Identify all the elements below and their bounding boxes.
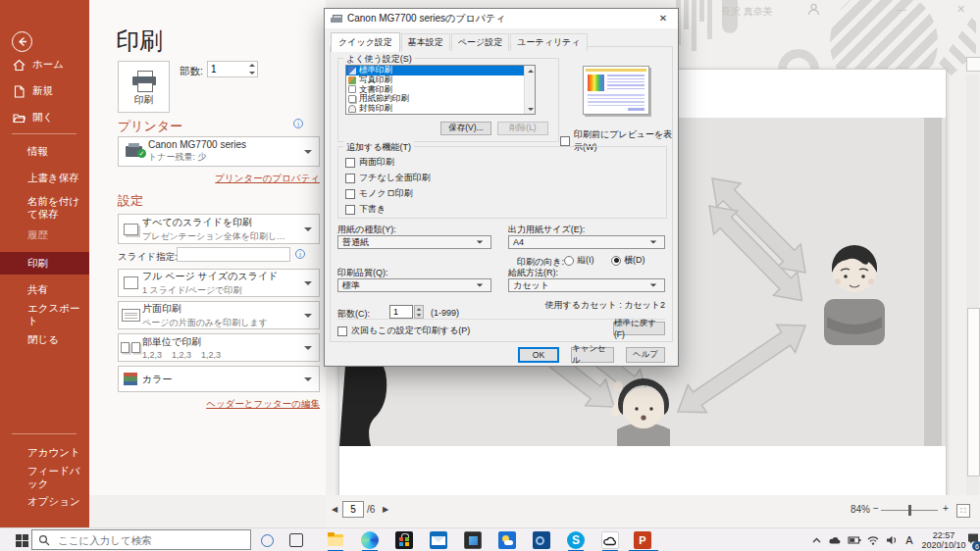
checkbox-icon [345, 174, 355, 183]
sidebar-item-save-as[interactable]: 名前を付けて保存 [0, 193, 89, 223]
notification-center-button[interactable]: 6 [966, 531, 980, 549]
paper-source-select[interactable]: カセット [508, 278, 665, 292]
dialog-titlebar[interactable]: Canon MG7700 seriesのプロパティ [325, 9, 678, 28]
sidebar-item-home[interactable]: ホーム [0, 55, 89, 75]
cassette-note: 使用するカセット : カセット2 [508, 299, 665, 312]
color-select[interactable]: カラー [118, 366, 320, 392]
dialog-close-button[interactable]: ✕ [648, 9, 678, 27]
sidebar-item-print[interactable]: 印刷 [0, 252, 89, 275]
slides-input[interactable] [177, 247, 290, 262]
vertical-scrollbar[interactable] [966, 75, 979, 495]
zoom-in-button[interactable]: + [943, 503, 949, 514]
scroll-down-icon[interactable] [525, 104, 536, 114]
edge-browser-icon[interactable] [356, 528, 384, 551]
print-button[interactable]: 印刷 [118, 61, 170, 113]
fit-to-window-button[interactable]: ⛶ [956, 504, 970, 518]
back-button[interactable] [12, 31, 32, 52]
info-icon[interactable]: i [295, 249, 305, 259]
task-view-button[interactable] [283, 528, 310, 551]
cancel-button[interactable]: キャンセル [571, 347, 614, 363]
portrait-radio[interactable]: 縦(I) [564, 254, 594, 267]
sidebar-item-options[interactable]: オプション [0, 492, 89, 512]
cortana-button[interactable] [253, 528, 281, 551]
weather-icon[interactable] [493, 528, 521, 551]
prev-page-button[interactable]: ◀ [332, 505, 337, 514]
favorites-scrollbar[interactable] [524, 66, 535, 114]
wifi-icon[interactable] [864, 528, 882, 551]
outlook-icon[interactable] [528, 528, 555, 551]
ime-indicator[interactable]: A [902, 528, 917, 551]
onedrive-tray-icon[interactable] [826, 528, 844, 551]
info-icon[interactable]: i [293, 119, 303, 128]
onedrive-icon[interactable] [596, 528, 624, 551]
volume-icon[interactable] [883, 528, 901, 551]
taskbar-search[interactable] [31, 529, 251, 550]
dialog-copies-stepper[interactable] [414, 305, 424, 319]
dialog-copies-input[interactable] [389, 305, 413, 319]
tab-page-setup[interactable]: ページ設定 [451, 33, 509, 51]
sidebar-item-history[interactable]: 履歴 [0, 225, 89, 245]
print-range-select[interactable]: すべてのスライドを印刷 プレゼンテーション全体を印刷し… [118, 214, 320, 244]
duplex-select[interactable]: 片面印刷 ページの片面のみを印刷します [118, 301, 320, 329]
step-up-icon[interactable] [249, 64, 255, 67]
borderless-checkbox[interactable]: フチなし全面印刷 [345, 172, 431, 184]
duplex-checkbox[interactable]: 両面印刷 [345, 156, 394, 169]
list-item-envelope[interactable]: 封筒印刷 [346, 104, 535, 114]
tab-maintenance[interactable]: ユーティリティ [510, 33, 587, 51]
step-up-icon[interactable] [417, 308, 422, 310]
sidebar-item-new[interactable]: 新規 [0, 81, 89, 101]
copies-stepper[interactable] [246, 62, 257, 76]
battery-icon[interactable] [846, 528, 863, 551]
microsoft-store-icon[interactable] [390, 528, 418, 551]
sidebar-item-account[interactable]: アカウント [0, 443, 89, 463]
media-type-select[interactable]: 普通紙 [337, 235, 491, 249]
sidebar-item-open[interactable]: 開く [0, 108, 89, 127]
scroll-up-icon[interactable] [525, 66, 536, 75]
zoom-slider-thumb[interactable] [908, 505, 911, 516]
layout-select[interactable]: フル ページ サイズのスライド 1 スライド/ページで印刷 [118, 269, 320, 297]
account-user-name[interactable]: 長沢 真奈美 [721, 5, 773, 19]
header-footer-link[interactable]: ヘッダーとフッターの編集 [118, 398, 320, 411]
tab-quick-setup[interactable]: クイック設定 [331, 32, 400, 52]
step-down-icon[interactable] [249, 72, 255, 75]
step-down-icon[interactable] [417, 314, 422, 316]
backstage-sidebar: ホーム 新規 開く 情報 上書き保存 名前を付けて保存 履歴 印刷 共有 エクス… [0, 0, 89, 527]
scrollbar-thumb[interactable] [967, 308, 980, 476]
sidebar-item-info[interactable]: 情報 [0, 142, 89, 162]
quality-select[interactable]: 標準 [337, 278, 491, 292]
photos-icon[interactable] [459, 528, 487, 551]
powerpoint-icon[interactable]: P [629, 528, 656, 551]
scroll-top-button[interactable] [966, 57, 980, 72]
landscape-radio[interactable]: 横(D) [611, 254, 645, 267]
favorites-list[interactable]: 標準印刷 写真印刷 文書印刷 用紙節約印刷 封筒印刷 [345, 65, 536, 115]
search-input[interactable] [56, 533, 250, 547]
mail-icon[interactable] [425, 528, 452, 551]
help-button[interactable]: ヘルプ [626, 347, 665, 363]
close-button[interactable]: ✕ [956, 3, 965, 16]
tray-expand-button[interactable] [808, 528, 824, 551]
sidebar-item-close[interactable]: 閉じる [0, 330, 89, 350]
draft-checkbox[interactable]: 下書き [345, 203, 386, 216]
sidebar-item-feedback[interactable]: フィードバック [0, 468, 89, 487]
collation-select[interactable]: 部単位で印刷 1,2,3 1,2,3 1,2,3 [118, 333, 320, 362]
zoom-out-button[interactable]: − [873, 503, 879, 514]
printer-properties-link[interactable]: プリンターのプロパティ [118, 173, 320, 185]
file-explorer-icon[interactable] [322, 528, 349, 551]
minimize-button[interactable]: — [896, 3, 906, 15]
page-number-input[interactable] [342, 501, 364, 518]
sidebar-item-export[interactable]: エクスポート [0, 305, 89, 325]
sidebar-item-save[interactable]: 上書き保存 [0, 169, 89, 188]
defaults-button[interactable]: 標準に戻す(F) [613, 322, 665, 335]
delete-button[interactable]: 削除(L) [497, 122, 548, 135]
skype-icon[interactable]: S [562, 528, 590, 551]
paper-size-select[interactable]: A4 [508, 235, 665, 249]
sidebar-item-share[interactable]: 共有 [0, 280, 89, 300]
taskbar-clock[interactable]: 22:57 2020/10/10 [920, 530, 967, 551]
tab-main[interactable]: 基本設定 [401, 33, 450, 51]
next-page-button[interactable]: ▶ [383, 505, 388, 514]
printer-select[interactable]: ✓ Canon MG7700 series トナー残量: 少 [118, 136, 320, 167]
always-print-checkbox[interactable]: 次回もこの設定で印刷する(P) [337, 325, 470, 337]
ok-button[interactable]: OK [518, 347, 559, 363]
grayscale-checkbox[interactable]: モノクロ印刷 [345, 187, 413, 200]
save-button[interactable]: 保存(V)... [440, 122, 491, 135]
